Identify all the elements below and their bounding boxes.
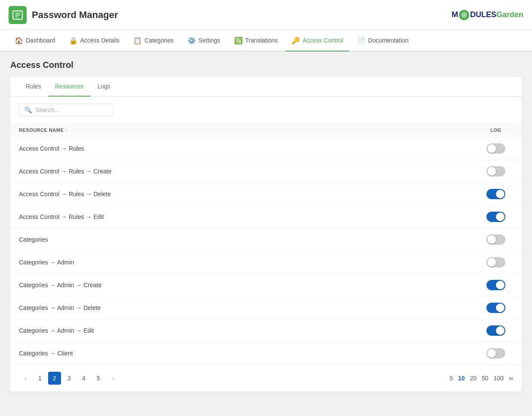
row-resource-name: Categories → Admin → Create (19, 282, 479, 288)
row-log-toggle[interactable] (479, 234, 513, 245)
svg-point-5 (463, 14, 465, 16)
table-row: Categories → Admin (10, 251, 522, 274)
page-numbers: ‹ 1 2 3 4 5 › (19, 372, 119, 385)
table-row: Access Control → Rules → Create (10, 160, 522, 183)
row-resource-name: Categories (19, 236, 479, 243)
page-title: Access Control (10, 60, 522, 70)
search-bar: 🔍 (10, 97, 522, 123)
row-log-toggle[interactable] (479, 303, 513, 313)
search-input-wrap[interactable]: 🔍 (19, 103, 113, 116)
row-resource-name: Access Control → Rules → Create (19, 168, 479, 175)
table-row: Categories → Admin → Delete (10, 297, 522, 319)
toggle-thumb (487, 235, 496, 244)
nav-item-access-control[interactable]: 🔑 Access Control (285, 30, 349, 52)
toggle-switch[interactable] (486, 325, 505, 336)
row-resource-name: Access Control → Rules → Delete (19, 191, 479, 197)
table-body: Access Control → Rules Access Control → … (10, 137, 522, 364)
toggle-switch[interactable] (486, 234, 505, 245)
toggle-thumb (496, 304, 504, 312)
row-log-toggle[interactable] (479, 348, 513, 358)
nav-item-translations[interactable]: 🈯 Translations (228, 30, 284, 52)
toggle-switch[interactable] (486, 166, 505, 176)
nav-label-translations: Translations (245, 37, 278, 44)
size-btn-10[interactable]: 10 (458, 375, 465, 382)
search-input[interactable] (35, 106, 108, 113)
nav-label-settings: Settings (199, 37, 220, 44)
size-btn-100[interactable]: 100 (494, 375, 504, 382)
table-row: Access Control → Rules → Delete (10, 183, 522, 206)
tab-logs[interactable]: Logs (91, 77, 117, 97)
table-row: Access Control → Rules (10, 137, 522, 160)
logo-text-dules: DULES (470, 10, 496, 19)
row-resource-name: Categories → Admin → Delete (19, 304, 479, 311)
toggle-thumb (487, 144, 496, 153)
nav-label-access-control: Access Control (303, 37, 343, 44)
row-log-toggle[interactable] (479, 189, 513, 199)
toggle-thumb (487, 258, 496, 267)
page-btn-4[interactable]: 4 (77, 372, 90, 385)
toggle-switch[interactable] (486, 257, 505, 267)
size-btn-inf[interactable]: ∞ (509, 375, 513, 382)
toggle-switch[interactable] (486, 189, 505, 199)
nav-item-categories[interactable]: 📋 Categories (127, 30, 180, 52)
toggle-switch[interactable] (486, 303, 505, 313)
page-btn-2[interactable]: 2 (48, 372, 61, 385)
translate-icon: 🈯 (234, 36, 243, 45)
app-icon-svg (12, 9, 23, 21)
lock-icon: 🔒 (69, 36, 78, 45)
header: Password Manager M DULES Garden (0, 0, 532, 30)
nav-item-access-details[interactable]: 🔒 Access Details (63, 30, 126, 52)
sort-asc-icon[interactable]: ↑ (65, 128, 68, 133)
next-page-button[interactable]: › (107, 372, 119, 385)
row-log-toggle[interactable] (479, 257, 513, 267)
row-log-toggle[interactable] (479, 212, 513, 222)
table-row: Categories → Admin → Edit (10, 319, 522, 342)
prev-page-button[interactable]: ‹ (19, 372, 32, 385)
row-log-toggle[interactable] (479, 325, 513, 336)
toggle-thumb (487, 167, 496, 176)
size-btn-5[interactable]: 5 (449, 375, 453, 382)
col-log-header: LOG (479, 128, 513, 133)
row-resource-name: Access Control → Rules (19, 145, 479, 152)
table-row: Categories → Admin → Create (10, 274, 522, 297)
size-btn-20[interactable]: 20 (470, 375, 477, 382)
col-resource-header: RESOURCE NAME ↑ (19, 128, 479, 133)
row-resource-name: Access Control → Rules → Edit (19, 213, 479, 220)
toggle-thumb (496, 213, 504, 221)
nav-label-categories: Categories (144, 37, 174, 44)
toggle-switch[interactable] (486, 348, 505, 358)
size-btn-50[interactable]: 50 (482, 375, 489, 382)
row-resource-name: Categories → Admin (19, 259, 479, 266)
row-log-toggle[interactable] (479, 280, 513, 290)
row-log-toggle[interactable] (479, 166, 513, 176)
nav-item-documentation[interactable]: 📄 Documentation (351, 30, 415, 52)
logo-circle-icon (459, 10, 469, 20)
tab-resources[interactable]: Resources (48, 77, 91, 97)
tab-rules[interactable]: Rules (19, 77, 48, 97)
row-log-toggle[interactable] (479, 143, 513, 154)
search-icon: 🔍 (24, 106, 32, 113)
header-left: Password Manager (9, 6, 118, 24)
key-icon: 🔑 (291, 36, 300, 45)
toggle-thumb (496, 190, 504, 198)
row-resource-name: Categories → Client (19, 350, 479, 357)
page-btn-5[interactable]: 5 (92, 372, 105, 385)
toggle-switch[interactable] (486, 212, 505, 222)
page-content: Access Control Rules Resources Logs 🔍 RE… (0, 52, 532, 416)
page-btn-1[interactable]: 1 (34, 372, 46, 385)
page-btn-3[interactable]: 3 (63, 372, 76, 385)
logo-text-garden: Garden (496, 10, 523, 19)
nav-item-settings[interactable]: ⚙️ Settings (181, 30, 226, 52)
toggle-thumb (496, 281, 504, 289)
toggle-switch[interactable] (486, 280, 505, 290)
home-icon: 🏠 (15, 36, 23, 45)
nav-item-dashboard[interactable]: 🏠 Dashboard (9, 30, 61, 52)
toggle-switch[interactable] (486, 143, 505, 154)
clipboard-icon: 📋 (133, 36, 142, 45)
row-resource-name: Categories → Admin → Edit (19, 327, 479, 334)
table-header: RESOURCE NAME ↑ LOG (10, 123, 522, 137)
nav-label-documentation: Documentation (368, 37, 409, 44)
app-icon (9, 6, 27, 24)
logo-text-m: M (452, 10, 458, 19)
toggle-thumb (496, 326, 504, 335)
